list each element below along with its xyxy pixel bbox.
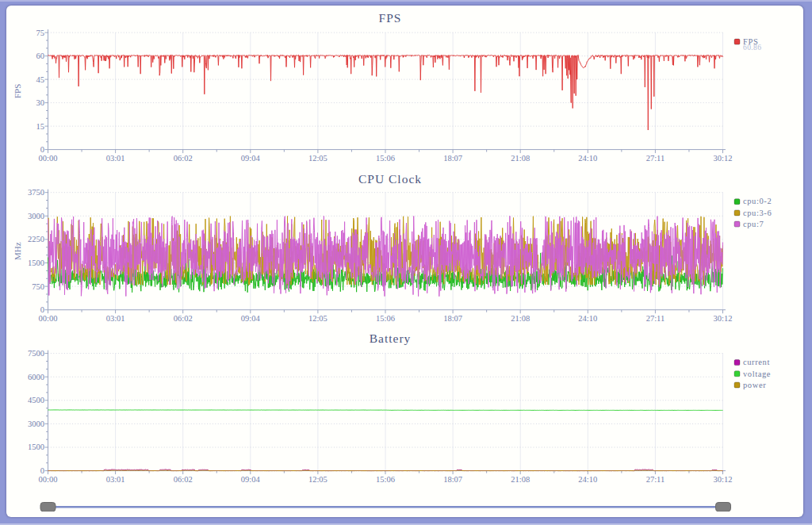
y-tick-label: 30 <box>36 98 45 107</box>
x-tick-label: 03:01 <box>106 314 125 323</box>
x-tick-label: 21:08 <box>511 314 530 323</box>
legend-item-power[interactable]: power <box>734 381 766 389</box>
x-tick-label: 27:11 <box>646 475 665 484</box>
legend-swatch <box>734 210 740 216</box>
x-tick-label: 18:07 <box>443 154 462 163</box>
x-tick-label: 30:12 <box>714 154 733 163</box>
chart-title: Battery <box>370 331 412 345</box>
legend-label: current <box>743 358 770 366</box>
legend-item-fps[interactable]: FPS60.86 <box>734 37 761 52</box>
y-tick-label: 15 <box>36 122 45 131</box>
x-tick-label: 27:11 <box>646 314 665 323</box>
y-tick-label: 2250 <box>28 235 44 243</box>
x-tick-label: 24:10 <box>578 154 597 163</box>
legend-label: voltage <box>743 370 771 378</box>
x-tick-label: 18:07 <box>443 314 462 323</box>
legend-swatch <box>734 371 740 377</box>
y-axis-label: FPS <box>13 84 22 98</box>
y-tick-label: 7500 <box>28 349 44 358</box>
slider-handle-left[interactable] <box>40 503 56 512</box>
chart-title: FPS <box>379 11 402 25</box>
x-tick-label: 15:06 <box>376 314 395 323</box>
y-tick-label: 45 <box>36 75 45 84</box>
legend-label: cpu:7 <box>743 220 764 228</box>
legend-label: power <box>743 381 766 389</box>
x-tick-label: 24:10 <box>578 314 597 323</box>
y-tick-label: 6000 <box>28 373 44 381</box>
legend-swatch <box>734 360 740 366</box>
legend-item-cpu-0-2[interactable]: cpu:0-2 <box>734 197 772 205</box>
chart-title: CPU Clock <box>358 172 422 186</box>
x-tick-label: 27:11 <box>646 154 665 163</box>
x-tick-label: 06:02 <box>174 314 193 323</box>
x-tick-label: 24:10 <box>578 475 597 484</box>
legend-item-current[interactable]: current <box>734 358 770 366</box>
y-tick-label: 3000 <box>28 212 44 220</box>
x-tick-label: 15:06 <box>376 154 395 163</box>
y-tick-label: 3000 <box>28 420 44 428</box>
legend-label: cpu:0-2 <box>743 197 772 205</box>
x-tick-label: 18:07 <box>443 475 462 484</box>
y-tick-label: 0 <box>40 305 44 314</box>
x-tick-label: 00:00 <box>39 314 58 323</box>
x-tick-label: 30:12 <box>714 475 733 484</box>
legend-swatch <box>734 199 740 205</box>
y-axis-label: MHz <box>13 242 22 260</box>
x-tick-label: 09:04 <box>241 154 261 163</box>
perf-report-page: {"frame":{"bg":"#8f98d6","panel_bg":"#ff… <box>0 0 812 525</box>
x-tick-label: 30:12 <box>714 314 733 323</box>
slider-handle-right[interactable] <box>716 503 731 512</box>
x-tick-label: 06:02 <box>174 154 193 163</box>
x-tick-label: 15:06 <box>376 475 395 484</box>
y-tick-label: 1500 <box>28 443 44 451</box>
legend-item-voltage[interactable]: voltage <box>734 370 771 378</box>
legend-item-cpu-7[interactable]: cpu:7 <box>734 220 764 228</box>
legend-avg-value: 60.86 <box>743 44 761 52</box>
legend-swatch <box>734 382 740 388</box>
y-tick-label: 75 <box>36 29 45 37</box>
x-tick-label: 03:01 <box>106 475 125 484</box>
fps-chart: FPS0153045607500:0003:0106:0209:0412:051… <box>6 6 803 167</box>
x-tick-label: 21:08 <box>511 475 530 484</box>
y-tick-label: 3750 <box>28 188 44 197</box>
y-tick-label: 60 <box>36 52 45 60</box>
y-tick-label: 1500 <box>28 259 44 267</box>
x-tick-label: 00:00 <box>39 154 58 163</box>
legend-swatch <box>734 39 740 44</box>
legend-label: cpu:3-6 <box>743 209 772 217</box>
x-tick-label: 12:05 <box>308 475 327 484</box>
x-tick-label: 06:02 <box>174 475 193 484</box>
y-tick-label: 750 <box>32 282 44 291</box>
x-tick-label: 21:08 <box>511 154 530 163</box>
y-tick-label: 0 <box>40 145 44 154</box>
report-panel: FPS0153045607500:0003:0106:0209:0412:051… <box>6 6 803 517</box>
cpu-clock-chart: CPU Clock0750150022503000375000:0003:010… <box>6 167 803 328</box>
y-tick-label: 4500 <box>28 396 44 404</box>
x-tick-label: 09:04 <box>241 314 261 323</box>
x-tick-label: 03:01 <box>106 154 125 163</box>
x-tick-label: 12:05 <box>308 314 327 323</box>
legend-item-cpu-3-6[interactable]: cpu:3-6 <box>734 209 772 217</box>
time-range-slider[interactable] <box>6 485 803 512</box>
x-tick-label: 09:04 <box>241 475 261 484</box>
legend-swatch <box>734 221 740 227</box>
series-voltage <box>48 410 723 411</box>
x-tick-label: 00:00 <box>39 475 58 484</box>
battery-chart: Battery01500300045006000750000:0003:0106… <box>6 328 803 491</box>
y-tick-label: 0 <box>40 466 44 475</box>
x-tick-label: 12:05 <box>308 154 327 163</box>
